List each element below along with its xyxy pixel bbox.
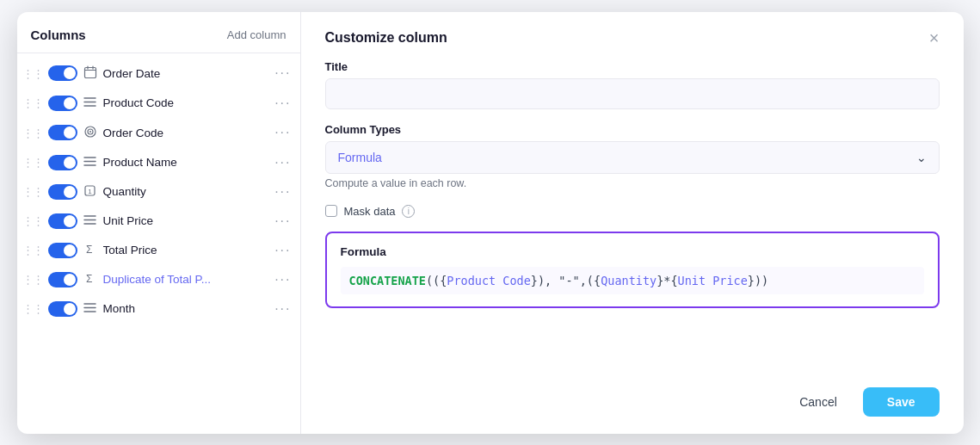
column-label-quantity: Quantity (103, 185, 270, 198)
svg-text:Σ: Σ (86, 273, 92, 284)
column-label-month: Month (103, 302, 270, 315)
column-label-order-date: Order Date (103, 67, 270, 80)
title-section: Title (325, 60, 940, 109)
list-check-icon (83, 301, 98, 316)
calendar-icon (83, 65, 98, 82)
column-types-label: Column Types (325, 123, 940, 136)
svg-point-9 (89, 131, 91, 133)
toggle-order-code[interactable] (48, 125, 77, 140)
column-menu-quantity[interactable]: ··· (274, 184, 291, 200)
columns-title: Columns (31, 28, 86, 42)
number-icon: 1 (83, 184, 98, 200)
chevron-down-icon: ⌄ (916, 151, 927, 164)
list-icon (83, 96, 98, 110)
modal: Columns Add column ⋮⋮Order Date···⋮⋮Prod… (17, 12, 964, 434)
save-button[interactable]: Save (863, 387, 940, 417)
column-menu-order-code[interactable]: ··· (274, 125, 291, 140)
title-input[interactable] (325, 78, 940, 109)
column-item-order-code[interactable]: ⋮⋮Order Code··· (17, 118, 300, 148)
column-item-total-price[interactable]: ⋮⋮ΣTotal Price··· (17, 236, 300, 265)
add-column-button[interactable]: Add column (227, 28, 287, 41)
column-menu-product-name[interactable]: ··· (274, 155, 291, 170)
toggle-order-date[interactable] (48, 65, 77, 81)
column-menu-product-code[interactable]: ··· (274, 96, 291, 111)
column-list: ⋮⋮Order Date···⋮⋮Product Code···⋮⋮Order … (17, 53, 300, 329)
drag-handle[interactable]: ⋮⋮ (22, 156, 43, 169)
sigma-icon: Σ (83, 243, 98, 257)
drag-handle[interactable]: ⋮⋮ (22, 214, 43, 227)
column-label-unit-price: Unit Price (103, 214, 270, 227)
column-item-duplicate-total[interactable]: ⋮⋮ΣDuplicate of Total P...··· (17, 265, 300, 294)
column-type-dropdown[interactable]: Formula ⌄ (325, 141, 940, 174)
column-menu-duplicate-total[interactable]: ··· (274, 272, 291, 287)
column-item-product-name[interactable]: ⋮⋮Product Name··· (17, 148, 300, 177)
close-button[interactable]: × (929, 29, 940, 46)
right-panel: Customize column × Title Column Types Fo… (301, 12, 964, 434)
cancel-button[interactable]: Cancel (784, 388, 853, 416)
info-icon[interactable]: i (402, 205, 415, 218)
svg-rect-0 (84, 67, 96, 77)
formula-box: Formula CONCATENATE(({Product Code}), "-… (325, 232, 940, 308)
toggle-product-name[interactable] (48, 155, 77, 170)
toggle-product-code[interactable] (48, 96, 77, 111)
compute-hint: Compute a value in each row. (325, 177, 940, 189)
mask-data-label: Mask data (344, 205, 396, 218)
drag-handle[interactable]: ⋮⋮ (22, 67, 43, 80)
column-menu-month[interactable]: ··· (274, 301, 291, 317)
column-label-order-code: Order Code (103, 127, 270, 139)
column-item-quantity[interactable]: ⋮⋮1Quantity··· (17, 177, 300, 207)
svg-text:1: 1 (88, 188, 92, 195)
formula-function: CONCATENATE (349, 274, 426, 287)
column-item-unit-price[interactable]: ⋮⋮Unit Price··· (17, 207, 300, 236)
formula-field: Quantity (601, 274, 656, 287)
formula-content[interactable]: CONCATENATE(({Product Code}), "-",({Quan… (341, 267, 924, 294)
drag-handle[interactable]: ⋮⋮ (22, 185, 43, 198)
column-label-product-code: Product Code (103, 96, 270, 109)
column-label-product-name: Product Name (103, 156, 270, 169)
column-menu-order-date[interactable]: ··· (274, 65, 291, 81)
toggle-total-price[interactable] (48, 243, 77, 258)
list-icon (83, 155, 98, 170)
customize-column-title: Customize column (325, 30, 447, 46)
drag-handle[interactable]: ⋮⋮ (22, 302, 43, 315)
mask-data-checkbox[interactable] (325, 205, 337, 217)
column-item-product-code[interactable]: ⋮⋮Product Code··· (17, 89, 300, 118)
left-header: Columns Add column (17, 12, 300, 53)
drag-handle[interactable]: ⋮⋮ (22, 244, 43, 256)
formula-field: Product Code (447, 274, 531, 287)
sigma-icon: Σ (83, 272, 98, 287)
column-menu-unit-price[interactable]: ··· (274, 213, 291, 229)
column-menu-total-price[interactable]: ··· (274, 243, 291, 258)
formula-punctuation: }*{ (656, 274, 677, 287)
footer: Cancel Save (325, 384, 940, 417)
mask-row: Mask data i (325, 205, 940, 218)
toggle-month[interactable] (48, 301, 77, 317)
column-type-selected: Formula (338, 151, 382, 164)
title-section-label: Title (325, 60, 940, 73)
drag-handle[interactable]: ⋮⋮ (22, 96, 43, 109)
formula-section-label: Formula (341, 245, 924, 258)
toggle-quantity[interactable] (48, 184, 77, 200)
drag-handle[interactable]: ⋮⋮ (22, 127, 43, 139)
formula-punctuation: (({ (426, 274, 447, 287)
fingerprint-icon (83, 125, 98, 141)
svg-text:Σ: Σ (86, 244, 92, 255)
formula-field: Unit Price (678, 274, 748, 287)
column-item-order-date[interactable]: ⋮⋮Order Date··· (17, 59, 300, 89)
column-types-section: Column Types Formula ⌄ Compute a value i… (325, 123, 940, 189)
list-icon (83, 213, 98, 228)
column-label-total-price: Total Price (103, 244, 270, 256)
toggle-duplicate-total[interactable] (48, 272, 77, 287)
left-panel: Columns Add column ⋮⋮Order Date···⋮⋮Prod… (17, 12, 301, 434)
formula-punctuation: }), "-",({ (531, 274, 601, 287)
formula-punctuation: })) (748, 274, 768, 287)
column-item-month[interactable]: ⋮⋮Month··· (17, 294, 300, 324)
drag-handle[interactable]: ⋮⋮ (22, 273, 43, 286)
toggle-unit-price[interactable] (48, 213, 77, 229)
right-panel-header: Customize column × (325, 29, 940, 46)
column-label-duplicate-total: Duplicate of Total P... (103, 273, 270, 286)
